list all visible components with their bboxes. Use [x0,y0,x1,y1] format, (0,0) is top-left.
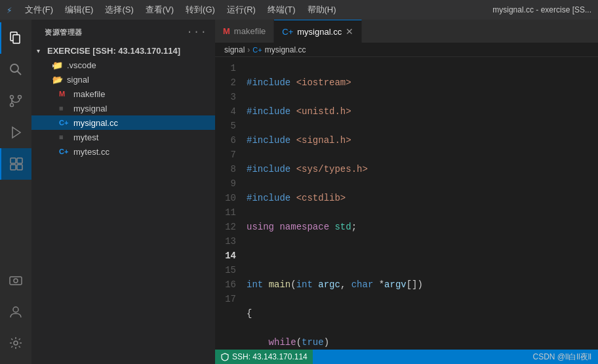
tab-makefile-label: makefile [234,26,266,36]
search-activity-item[interactable] [0,54,31,85]
cpp-tab-icon: C+ [282,27,293,37]
remote-status-text: SSH: 43.143.170.114 [232,352,308,361]
code-line-4: #include <sys/types.h> [247,162,598,176]
vs-icon: ⚡ [7,5,12,16]
svg-point-14 [14,279,18,283]
account-icon [9,304,23,319]
line-num-13: 13 [215,234,236,249]
sidebar-title: 资源管理器 [45,28,83,37]
breadcrumb-file-icon: C+ [252,46,262,54]
settings-activity-item[interactable] [0,327,31,359]
sidebar: 资源管理器 ··· ▾ EXERCISE [SSH: 43.143.170.11… [31,20,215,364]
remote-activity-item[interactable] [0,264,31,296]
tree-item-makefile[interactable]: M makefile [31,87,215,101]
line-num-17: 17 [215,292,236,306]
svg-point-6 [18,96,22,99]
tab-bar: M makefile C+ mysignal.cc ✕ [215,20,598,43]
menu-run[interactable]: 运行(R) [222,3,261,17]
line-num-10: 10 [215,191,236,205]
tree-label-mysignal-cc: mysignal.cc [73,118,118,128]
line-num-6: 6 [215,133,236,148]
menu-help[interactable]: 帮助(H) [302,3,342,17]
svg-point-16 [14,341,18,345]
editor-area: M makefile C+ mysignal.cc ✕ signal › C+ … [215,20,598,364]
svg-rect-1 [13,35,20,43]
menu-view[interactable]: 查看(V) [140,3,179,17]
code-line-9: { [247,306,598,321]
tree-item-mysignal-cc[interactable]: C+ mysignal.cc [31,115,215,130]
tree-item-signal[interactable]: ▾ 📂 signal [31,72,215,87]
code-line-6: using namespace std; [247,220,598,234]
tree-item-mytest-bin[interactable]: ≡ mytest [31,130,215,144]
svg-marker-8 [12,127,20,138]
svg-rect-11 [10,165,16,170]
title-bar-icons: ⚡ [7,5,12,16]
code-editor[interactable]: 1 2 3 4 5 6 7 8 9 10 11 12 13 14 15 16 1… [215,57,598,350]
menu-edit[interactable]: 编辑(E) [60,3,98,17]
sidebar-menu-button[interactable]: ··· [186,26,207,38]
remote-status-icon [220,352,229,361]
chevron-down-icon: ▾ [37,47,47,54]
explorer-activity-item[interactable] [0,22,31,54]
svg-rect-13 [10,277,22,285]
svg-point-4 [10,96,14,99]
line-num-16: 16 [215,277,236,292]
menu-select[interactable]: 选择(S) [100,3,138,17]
chevron-right-icon: ▸ [42,62,52,69]
line-num-12: 12 [215,220,236,234]
tab-mysignal-cc[interactable]: C+ mysignal.cc ✕ [274,20,362,43]
breadcrumb: signal › C+ mysignal.cc [215,43,598,57]
tree-label-mysignal-bin: mysignal [73,104,107,113]
tree-label-mytest-bin: mytest [73,132,98,142]
extensions-activity-item[interactable] [0,148,31,180]
breadcrumb-signal[interactable]: signal [224,45,245,54]
activity-bar-bottom [0,264,31,359]
code-content[interactable]: #include <iostream> #include <unistd.h> … [244,57,598,350]
line-num-14: 14 [215,249,236,263]
svg-rect-9 [10,158,16,163]
code-line-10: while(true) [247,335,598,350]
folder-icon: 📁 [52,60,64,70]
line-num-4: 4 [215,104,236,119]
line-num-5: 5 [215,119,236,133]
code-line-7 [247,249,598,263]
tree-label-vscode: .vscode [67,60,96,70]
run-icon [8,125,24,140]
menu-file[interactable]: 文件(F) [20,3,58,17]
tree-label-makefile: makefile [73,89,105,99]
svg-point-15 [13,307,18,312]
svg-point-5 [10,104,14,107]
menu-goto[interactable]: 转到(G) [180,3,220,17]
tree-item-mytest-cc[interactable]: C+ mytest.cc [31,144,215,159]
menu-terminal[interactable]: 终端(T) [262,3,301,17]
svg-rect-10 [17,158,22,163]
files-icon [8,30,24,46]
menu-bar: 文件(F) 编辑(E) 选择(S) 查看(V) 转到(G) 运行(R) 终端(T… [20,3,492,17]
remote-icon [9,273,23,287]
tree-item-mysignal-bin[interactable]: ≡ mysignal [31,101,215,115]
account-activity-item[interactable] [0,296,31,327]
tree-label-signal: signal [67,75,89,85]
breadcrumb-file[interactable]: mysignal.cc [265,45,306,54]
line-num-8: 8 [215,162,236,176]
svg-point-2 [10,64,18,72]
source-control-icon [8,93,24,109]
search-icon [8,62,24,77]
code-line-5: #include <cstdlib> [247,191,598,205]
run-activity-item[interactable] [0,117,31,148]
line-num-2: 2 [215,75,236,90]
tree-item-exercise-root[interactable]: ▾ EXERCISE [SSH: 43.143.170.114] [31,43,215,58]
tab-close-button[interactable]: ✕ [346,26,353,37]
tab-makefile[interactable]: M makefile [215,20,274,43]
source-control-activity-item[interactable] [0,85,31,117]
activity-bar [0,20,31,364]
cpp-file-icon: C+ [59,119,71,127]
remote-status[interactable]: SSH: 43.143.170.114 [215,350,313,364]
line-num-11: 11 [215,205,236,220]
line-num-3: 3 [215,90,236,104]
code-line-2: #include <unistd.h> [247,104,598,119]
tree-label-mytest-cc: mytest.cc [73,147,110,157]
code-line-3: #include <signal.h> [247,133,598,148]
window-title: mysignal.cc - exercise [SS... [492,5,591,14]
tree-item-vscode[interactable]: ▸ 📁 .vscode [31,58,215,72]
